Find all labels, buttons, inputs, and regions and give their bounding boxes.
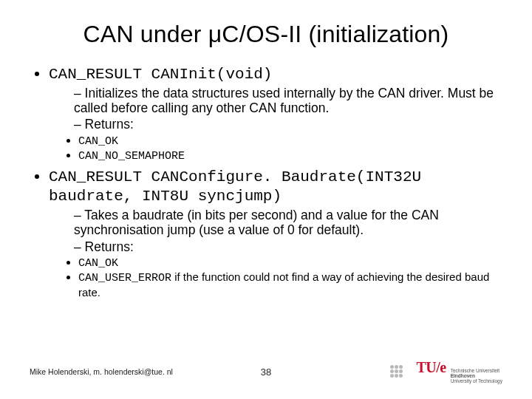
return-item: CAN_OK: [78, 256, 502, 271]
sub-list: Takes a baudrate (in bits per second) an…: [49, 208, 502, 253]
bullet-item-canconfigure: CAN_RESULT CANConfigure. Baudrate(INT32U…: [49, 167, 502, 300]
returns-label: Returns:: [74, 239, 502, 254]
return-item: CAN_NO_SEMAPHORE: [78, 149, 502, 164]
footer-author: Mike Holenderski, m. holenderski@tue. nl: [30, 367, 173, 376]
bullet-item-caninit: CAN_RESULT CANInit(void) Initializes the…: [49, 64, 502, 164]
code-signature: CAN_RESULT CANConfigure. Baudrate(INT32U…: [49, 168, 421, 205]
footer-logos: TU/e Technische Universiteit Eindhoven U…: [390, 359, 502, 383]
footer: Mike Holenderski, m. holenderski@tue. nl…: [30, 359, 502, 384]
embedded-logo-icon: [390, 365, 403, 378]
slide: CAN under μC/OS-II (initialization) CAN_…: [0, 0, 532, 399]
return-code: CAN_USER_ERROR: [78, 272, 171, 284]
tue-line3: University of Technology: [451, 379, 502, 384]
return-code: CAN_NO_SEMAPHORE: [78, 150, 185, 163]
footer-page-number: 38: [261, 366, 271, 378]
returns-label: Returns:: [74, 117, 502, 132]
return-code: CAN_OK: [78, 257, 118, 270]
sub-list: Initializes the data structures used int…: [49, 86, 502, 132]
return-code: CAN_OK: [78, 135, 118, 148]
code-signature: CAN_RESULT CANInit(void): [49, 66, 272, 83]
tue-logo-mark: TU/e: [416, 359, 446, 376]
returns-list: CAN_OK CAN_USER_ERROR if the function co…: [49, 256, 502, 300]
slide-title: CAN under μC/OS-II (initialization): [30, 21, 502, 48]
returns-list: CAN_OK CAN_NO_SEMAPHORE: [49, 134, 502, 165]
desc-line: Takes a baudrate (in bits per second) an…: [74, 208, 502, 237]
desc-line: Initializes the data structures used int…: [74, 86, 502, 115]
tue-logo-text: Technische Universiteit Eindhoven Univer…: [451, 369, 502, 383]
return-item: CAN_USER_ERROR if the function could not…: [78, 270, 502, 300]
return-item: CAN_OK: [78, 134, 502, 149]
bullet-list: CAN_RESULT CANInit(void) Initializes the…: [30, 64, 502, 300]
tue-logo: TU/e Technische Universiteit Eindhoven U…: [416, 359, 502, 383]
